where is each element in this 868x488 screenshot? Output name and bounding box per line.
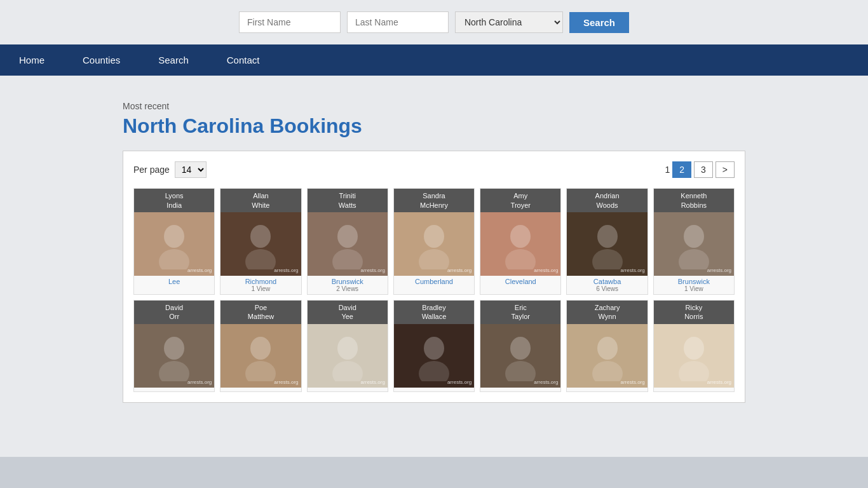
views-count: 6 Views <box>569 285 644 292</box>
views-count: 2 Views <box>310 285 385 292</box>
svg-point-22 <box>510 337 531 360</box>
svg-point-16 <box>250 337 271 360</box>
photo-placeholder <box>567 324 647 388</box>
watermark: arrests.org <box>707 379 731 385</box>
person-card[interactable]: Triniti Watts arrests.orgBrunswick2 View… <box>307 188 388 295</box>
person-footer: Cleveland <box>480 276 560 287</box>
person-footer: Lee <box>134 276 214 287</box>
content-area: Most recent North Carolina Bookings Per … <box>116 76 752 416</box>
persons-grid: Lyons India arrests.orgLeeAllan White ar… <box>133 188 735 391</box>
person-name-top: Ricky Norris <box>654 301 734 324</box>
top-search-bar: North Carolina South Carolina Virginia G… <box>0 0 868 44</box>
county-link[interactable]: Cleveland <box>483 278 558 285</box>
grid-container: Per page 14 7 21 28 1 2 3 > Lyons <box>123 151 745 402</box>
county-link[interactable]: Lee <box>137 278 212 285</box>
next-page-button[interactable]: > <box>715 161 735 178</box>
person-photo: arrests.org <box>134 324 214 388</box>
main-nav: Home Counties Search Contact <box>0 44 868 76</box>
grid-controls: Per page 14 7 21 28 1 2 3 > <box>133 161 735 178</box>
svg-point-11 <box>592 249 623 269</box>
person-card[interactable]: Poe Matthew arrests.org <box>220 300 301 392</box>
person-footer <box>220 388 301 391</box>
svg-point-15 <box>159 361 189 381</box>
county-link[interactable]: Cumberland <box>397 278 471 285</box>
photo-placeholder <box>567 212 647 276</box>
per-page-label: Per page <box>133 165 170 175</box>
per-page-select[interactable]: 14 7 21 28 <box>175 161 207 178</box>
watermark: arrests.org <box>534 268 558 273</box>
person-name-top: Triniti Watts <box>308 189 388 212</box>
nav-contact[interactable]: Contact <box>208 44 279 76</box>
photo-placeholder <box>308 212 388 276</box>
svg-point-0 <box>164 225 184 248</box>
person-photo: arrests.org <box>220 324 301 388</box>
photo-placeholder <box>134 212 214 276</box>
person-card[interactable]: Eric Taylor arrests.org <box>480 300 561 392</box>
photo-placeholder <box>480 324 560 388</box>
person-name-top: Andrian Woods <box>567 189 647 212</box>
svg-point-4 <box>337 225 358 248</box>
svg-point-13 <box>679 249 709 269</box>
svg-point-8 <box>510 225 531 248</box>
watermark: arrests.org <box>447 268 471 273</box>
person-name-top: Bradley Wallace <box>394 301 474 324</box>
person-footer <box>308 388 388 391</box>
svg-point-12 <box>684 225 704 248</box>
person-photo: arrests.org <box>654 212 734 276</box>
views-count: 1 View <box>656 285 731 292</box>
person-card[interactable]: Amy Troyer arrests.orgCleveland <box>480 188 561 295</box>
nav-search[interactable]: Search <box>139 44 208 76</box>
county-link[interactable]: Richmond <box>223 278 298 285</box>
person-card[interactable]: Lyons India arrests.orgLee <box>133 188 215 295</box>
state-select[interactable]: North Carolina South Carolina Virginia G… <box>455 11 563 33</box>
person-card[interactable]: Ricky Norris arrests.org <box>653 300 735 392</box>
svg-point-6 <box>424 225 444 248</box>
photo-placeholder <box>480 212 560 276</box>
person-name-top: Kenneth Robbins <box>654 189 734 212</box>
main-wrapper: Most recent North Carolina Bookings Per … <box>0 76 868 457</box>
svg-point-27 <box>679 361 709 381</box>
person-card[interactable]: Zachary Wynn arrests.org <box>566 300 648 392</box>
last-name-input[interactable] <box>347 11 449 33</box>
watermark: arrests.org <box>707 268 731 273</box>
person-card[interactable]: David Orr arrests.org <box>133 300 215 392</box>
svg-point-14 <box>164 337 184 360</box>
photo-placeholder <box>220 212 301 276</box>
county-link[interactable]: Brunswick <box>310 278 385 285</box>
person-footer <box>134 388 214 391</box>
svg-point-24 <box>597 337 618 360</box>
person-card[interactable]: Allan White arrests.orgRichmond1 View <box>220 188 301 295</box>
svg-point-5 <box>332 249 363 269</box>
person-card[interactable]: Sandra McHenry arrests.orgCumberland <box>393 188 475 295</box>
nav-counties[interactable]: Counties <box>64 44 139 76</box>
person-photo: arrests.org <box>567 324 647 388</box>
county-link[interactable]: Catawba <box>569 278 644 285</box>
person-card[interactable]: Andrian Woods arrests.orgCatawba6 Views <box>566 188 648 295</box>
svg-point-21 <box>419 361 449 381</box>
svg-point-23 <box>505 361 536 381</box>
person-card[interactable]: Kenneth Robbins arrests.orgBrunswick1 Vi… <box>653 188 735 295</box>
page-3-button[interactable]: 3 <box>694 161 713 178</box>
person-photo: arrests.org <box>394 212 474 276</box>
first-name-input[interactable] <box>239 11 341 33</box>
svg-point-3 <box>245 249 276 269</box>
county-link[interactable]: Brunswick <box>656 278 731 285</box>
person-footer <box>480 388 560 391</box>
views-count: 1 View <box>223 285 298 292</box>
person-card[interactable]: David Yee arrests.org <box>307 300 388 392</box>
search-button[interactable]: Search <box>569 12 629 33</box>
pagination: 1 2 3 > <box>665 161 735 178</box>
photo-placeholder <box>308 324 388 388</box>
page-1-label: 1 <box>665 165 670 175</box>
svg-point-9 <box>505 249 536 269</box>
nav-home[interactable]: Home <box>0 44 64 76</box>
person-name-top: Amy Troyer <box>480 189 560 212</box>
watermark: arrests.org <box>187 379 212 385</box>
person-card[interactable]: Bradley Wallace arrests.org <box>393 300 475 392</box>
person-photo: arrests.org <box>220 212 301 276</box>
photo-placeholder <box>654 212 734 276</box>
page-2-button[interactable]: 2 <box>672 161 691 178</box>
person-footer: Cumberland <box>394 276 474 287</box>
page-title: North Carolina Bookings <box>123 114 745 138</box>
svg-point-7 <box>419 249 449 269</box>
